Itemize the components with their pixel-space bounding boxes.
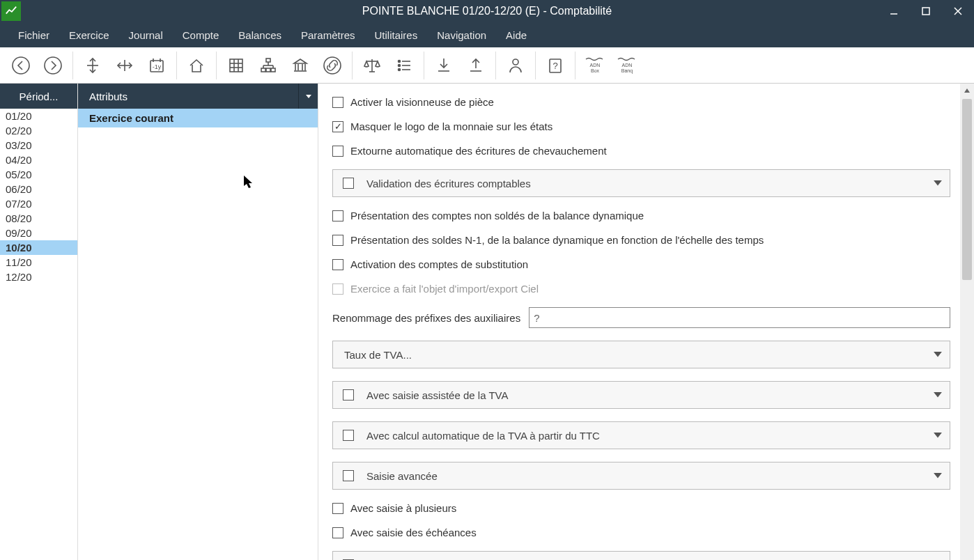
input-prefix[interactable] [529,307,950,328]
svg-point-4 [13,57,29,74]
menu-navigation[interactable]: Navigation [427,25,496,45]
svg-rect-22 [271,68,275,72]
link-button[interactable] [317,50,348,81]
svg-point-47 [513,59,518,65]
menu-fichier[interactable]: Fichier [8,25,59,45]
close-button[interactable] [942,0,974,22]
period-item[interactable]: 12/20 [0,270,77,284]
attribute-item[interactable]: Exercice courant [78,109,318,127]
minimize-button[interactable] [878,0,910,22]
adnbox-button[interactable]: ADNBox [580,50,610,81]
menu-balances[interactable]: Balances [229,25,291,45]
checkbox-logo[interactable] [332,121,343,132]
row-extourne[interactable]: Extourne automatique des écritures de ch… [332,145,950,157]
attributes-list: Exercice courant [78,109,318,127]
list-button[interactable] [389,50,419,81]
expander-validation[interactable]: Validation des écritures comptables [332,169,950,197]
attributes-dropdown-icon[interactable] [298,84,318,109]
checkbox-saisie-echeances[interactable] [332,527,343,538]
svg-marker-58 [934,433,941,437]
row-activation-substitution[interactable]: Activation des comptes de substitution [332,258,950,270]
chevron-down-icon [933,178,943,189]
download-button[interactable] [428,50,459,81]
svg-marker-59 [934,473,941,477]
chevron-down-icon [933,430,943,442]
calendar-minus-button[interactable]: -1y [141,50,172,81]
split-vertical-button[interactable] [77,50,108,81]
expander-saisie-avancee[interactable]: Saisie avancée [332,462,950,490]
settings-form: Activer la visionneuse de pièce Masquer … [318,84,960,560]
row-presentation-comptes[interactable]: Présentation des comptes non soldés de l… [332,210,950,221]
checkbox-activation-substitution[interactable] [332,259,343,270]
checkbox-visionneuse[interactable] [332,97,343,108]
period-item[interactable]: 10/20 [0,240,77,255]
row-prefix: Renommage des préfixes des auxiliaires [332,307,950,328]
svg-rect-14 [230,59,242,72]
svg-marker-27 [294,59,307,63]
user-button[interactable] [500,50,531,81]
maximize-button[interactable] [910,0,942,22]
attributes-header-label: Attributs [89,91,127,102]
menu-parametres[interactable]: Paramètres [291,25,365,45]
label-prefix: Renommage des préfixes des auxiliaires [332,312,520,324]
label-visionneuse: Activer la visionneuse de pièce [350,96,494,108]
attributes-header[interactable]: Attributs [78,84,318,109]
menu-utilitaires[interactable]: Utilitaires [365,25,428,45]
expander-taux-tva[interactable]: Taux de TVA... [332,341,950,368]
period-item[interactable]: 07/20 [0,196,77,211]
label-import-ciel: Exercice a fait l'objet d'import/export … [350,283,539,295]
grid-button[interactable] [221,50,252,81]
adnbanq-button[interactable]: ADNBanq [612,50,642,81]
checkbox-presentation-soldes[interactable] [332,235,343,246]
upload-button[interactable] [461,50,491,81]
svg-text:?: ? [552,61,557,71]
expander-multi-echeances[interactable]: Avec saisie multi échéances [332,551,950,560]
period-item[interactable]: 03/20 [0,138,77,153]
nav-forward-button[interactable] [38,50,68,81]
org-button[interactable] [253,50,284,81]
scroll-up-icon[interactable] [960,84,974,98]
row-visionneuse[interactable]: Activer la visionneuse de pièce [332,96,950,108]
checkbox-calcul-tva[interactable] [343,430,354,441]
menu-compte[interactable]: Compte [173,25,229,45]
menu-aide[interactable]: Aide [496,25,536,45]
label-saisie-assistee: Avec saisie assistée de la TVA [366,389,508,401]
row-presentation-soldes[interactable]: Présentation des soldes N-1, de la balan… [332,234,950,246]
period-item[interactable]: 05/20 [0,167,77,182]
period-item[interactable]: 11/20 [0,255,77,270]
scroll-thumb[interactable] [962,99,972,280]
checkbox-validation[interactable] [343,178,354,189]
window-title: POINTE BLANCHE 01/20-12/20 (E) - Comptab… [362,5,612,17]
period-item[interactable]: 08/20 [0,211,77,226]
periods-header[interactable]: Périod... [0,84,77,109]
row-saisie-plusieurs[interactable]: Avec saisie à plusieurs [332,502,950,514]
svg-point-33 [324,57,341,74]
checkbox-extourne[interactable] [332,146,343,157]
label-saisie-echeances: Avec saisie des échéances [350,527,477,538]
label-saisie-plusieurs: Avec saisie à plusieurs [350,502,456,514]
svg-rect-1 [922,8,929,15]
balance-button[interactable] [357,50,387,81]
bank-button[interactable] [285,50,316,81]
expander-saisie-assistee[interactable]: Avec saisie assistée de la TVA [332,381,950,409]
help-button[interactable]: ? [540,50,571,81]
chevron-down-icon [933,470,943,482]
expander-calcul-tva[interactable]: Avec calcul automatique de la TVA à part… [332,421,950,449]
period-item[interactable]: 06/20 [0,182,77,196]
row-saisie-echeances[interactable]: Avec saisie des échéances [332,527,950,538]
period-item[interactable]: 09/20 [0,226,77,240]
split-horizontal-button[interactable] [109,50,140,81]
checkbox-presentation-comptes[interactable] [332,210,343,221]
period-item[interactable]: 02/20 [0,123,77,138]
menu-exercice[interactable]: Exercice [59,25,119,45]
home-button[interactable] [181,50,212,81]
menu-journal[interactable]: Journal [119,25,173,45]
row-logo[interactable]: Masquer le logo de la monnaie sur les ét… [332,120,950,132]
checkbox-saisie-avancee[interactable] [343,470,354,481]
period-item[interactable]: 04/20 [0,153,77,167]
checkbox-saisie-assistee[interactable] [343,389,354,400]
period-item[interactable]: 01/20 [0,109,77,123]
checkbox-saisie-plusieurs[interactable] [332,503,343,514]
nav-back-button[interactable] [6,50,36,81]
scrollbar[interactable] [960,84,974,560]
